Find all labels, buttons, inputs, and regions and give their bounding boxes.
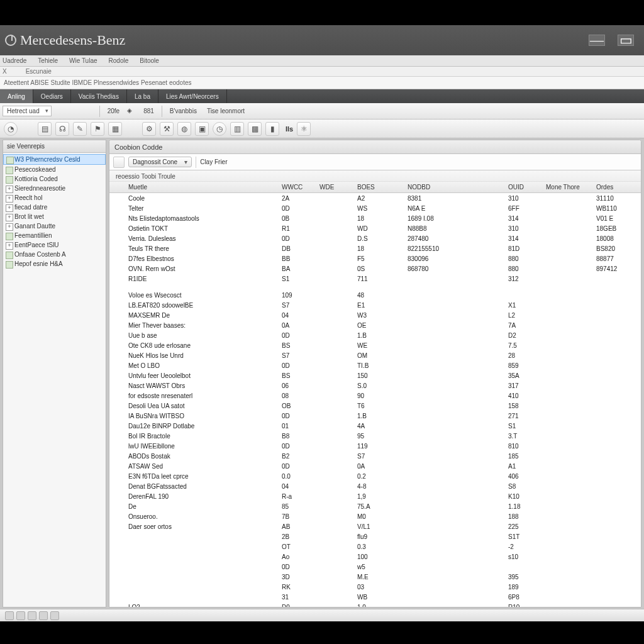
table-row[interactable]: Coole2AA2838131031110 <box>109 193 641 203</box>
table-row[interactable]: Desoli Uea UA satotOBT6158 <box>109 401 641 411</box>
tab[interactable]: Oediars <box>33 89 71 103</box>
tool-icon[interactable]: ▮ <box>265 122 279 136</box>
table-row[interactable]: ABODs BostakB2S7185 <box>109 451 641 461</box>
close-icon[interactable]: X <box>3 68 7 75</box>
table-row[interactable]: 3DM.E395 <box>109 572 641 582</box>
tool-icon[interactable]: ⚒ <box>160 122 174 136</box>
column-header[interactable]: OUID <box>506 184 543 191</box>
minimize-button[interactable]: — <box>589 35 605 46</box>
diagnostic-dropdown[interactable]: Dagnossit Cone <box>128 157 192 167</box>
table-row[interactable]: ATSAW Sed0D0AA1 <box>109 461 641 471</box>
column-header[interactable]: Muetle <box>109 184 279 191</box>
table-row[interactable]: NueK Hlos lse UnrdS7OM28 <box>109 350 641 360</box>
column-header[interactable]: NODBD <box>405 184 506 191</box>
tab[interactable]: Lies Awrt/Neorcers <box>158 89 227 103</box>
tree-node[interactable]: Feemantillien <box>3 231 106 240</box>
tab[interactable]: La ba <box>127 89 158 103</box>
table-row[interactable]: D7fes ElbestnosBBF583009688088877 <box>109 253 641 264</box>
column-header[interactable]: Mone Thore <box>543 184 594 191</box>
tree-node[interactable]: fiecad datre <box>3 203 106 212</box>
table-row[interactable]: for edsoste nresenaterl0890410 <box>109 391 641 401</box>
clear-filter-button[interactable]: Clay Frier <box>200 158 227 165</box>
status-icon[interactable] <box>50 611 59 620</box>
table-row[interactable]: RK03189 <box>109 582 641 592</box>
tool-icon[interactable]: ✎ <box>73 122 87 136</box>
status-icon[interactable] <box>39 611 48 620</box>
table-row[interactable]: Untvlu feer UeoolelbotBS15035A <box>109 370 641 380</box>
menu-item[interactable]: Tehiele <box>38 57 58 64</box>
tree-node[interactable]: Brot lit wet <box>3 212 106 221</box>
tool-icon[interactable]: ⚙ <box>142 122 156 136</box>
column-header[interactable]: BOES <box>355 184 405 191</box>
tree-node[interactable]: Ganant Dautte <box>3 221 106 231</box>
table-row[interactable]: OT0.3-2 <box>109 541 641 552</box>
menu-item[interactable]: Rodole <box>109 57 129 64</box>
table-row[interactable]: Onsueroo.7BM0188 <box>109 511 641 521</box>
tree-node[interactable]: Pesecoskeaed <box>3 165 106 174</box>
tool-icon[interactable]: ▦ <box>108 122 122 136</box>
table-row[interactable]: Denat BGFatssacted044-8S8 <box>109 481 641 491</box>
tree-node[interactable]: Onfaae Costenb A <box>3 250 106 259</box>
tool-icon[interactable]: ▥ <box>230 122 244 136</box>
filter-button[interactable]: Tise leonmort <box>204 108 247 114</box>
column-header[interactable]: WWCC <box>279 184 317 191</box>
menu-item[interactable]: Wie Tulae <box>69 57 97 64</box>
column-header[interactable]: WDE <box>317 184 355 191</box>
menu-item[interactable]: Bitoole <box>140 57 159 64</box>
tree-node[interactable]: Reeclt hol <box>3 193 106 203</box>
tool-icon[interactable]: ▣ <box>195 122 209 136</box>
tool-icon[interactable]: ☊ <box>55 122 69 136</box>
tool-icon[interactable]: ⚑ <box>91 122 104 136</box>
status-icon[interactable] <box>5 611 14 620</box>
table-row[interactable]: LB.EAT820 sdoowelBES7E1X1 <box>109 300 641 310</box>
table-row[interactable]: Mier Thever baases:0AOE7A <box>109 320 641 330</box>
table-row[interactable]: Verria. Dulesleas0DD.S28748031418008 <box>109 233 641 243</box>
tool-icon[interactable]: ◔ <box>4 122 18 136</box>
table-row[interactable]: 0Dw5 <box>109 562 641 572</box>
table-row[interactable]: R1IDES1711312 <box>109 274 641 284</box>
tree-node[interactable]: EentPaece tSlU <box>3 240 106 250</box>
column-header[interactable]: Ordes <box>594 184 631 191</box>
tool-icon[interactable]: ▤ <box>38 122 52 136</box>
table-row[interactable]: Nasct WAWST Obrs06S.0317 <box>109 380 641 391</box>
table-row[interactable]: Bol IR BractoleB8953.T <box>109 431 641 441</box>
tool-icon[interactable]: ⚛ <box>297 122 311 136</box>
table-row[interactable]: Daer soer ortosABV/L1225 <box>109 521 641 531</box>
table-row[interactable]: Teuls TR thereDB1882215551081DBS820 <box>109 243 641 253</box>
table-row[interactable]: Ote CK8 ude erlosaneBSWE7.5 <box>109 340 641 350</box>
filter-button[interactable]: B'vanbbis <box>167 108 199 114</box>
table-row[interactable]: Ostietin TOKTR1WDN88B831018GEB <box>109 223 641 233</box>
tree-node[interactable]: Sierednnearesotie <box>3 184 106 193</box>
filter-dropdown[interactable]: Hetrect uad <box>3 106 52 116</box>
table-row[interactable]: Met O LBO0DTI.B859 <box>109 360 641 370</box>
table-row[interactable]: lwU IWEEibllone0D119810 <box>109 441 641 451</box>
toolbar-icon[interactable] <box>113 157 125 168</box>
table-row[interactable]: Ao100s10 <box>109 552 641 562</box>
menu-item[interactable]: Uadrede <box>3 57 26 64</box>
table-row[interactable]: De8575.A1.18 <box>109 501 641 511</box>
table-row[interactable]: 2Bflu9S1T <box>109 531 641 541</box>
status-icon[interactable] <box>28 611 36 620</box>
tool-icon[interactable]: ▩ <box>248 122 262 136</box>
table-row[interactable]: Telter0DWSN6A E6FFWB110 <box>109 203 641 213</box>
table-row[interactable]: Uue b ase0D1.BD2 <box>109 330 641 340</box>
data-grid[interactable]: Coole2AA2838131031110Telter0DWSN6A E6FFW… <box>109 193 641 607</box>
table-row[interactable]: IA BuSNra WITBSO0D1.B271 <box>109 411 641 421</box>
tree-node[interactable]: Hepof esnie H&A <box>3 259 106 269</box>
table-row[interactable]: OVN. Rern wOstBA0S868780880897412 <box>109 264 641 274</box>
table-row[interactable]: LO2D01.0R10 <box>109 602 641 607</box>
tree-node[interactable]: W3 Plherncredsv Cesld <box>3 154 106 165</box>
table-row[interactable]: Voloe es Wsecosct10948 <box>109 290 641 300</box>
tab[interactable]: Anling <box>0 89 33 103</box>
table-row[interactable]: Nts Elistedaptomaastools0B181689 I.08314… <box>109 213 641 223</box>
tool-icon[interactable]: ◷ <box>213 122 226 136</box>
tree-node[interactable]: Kottioria Coded <box>3 174 106 184</box>
table-row[interactable]: DerenFAL 190R-a1,9K10 <box>109 491 641 501</box>
table-row[interactable]: E3N f6TDa leet cprce0.00.2406 <box>109 471 641 481</box>
tool-icon[interactable]: ◍ <box>177 122 191 136</box>
table-row[interactable]: MAXSEMR De04W3L2 <box>109 310 641 320</box>
table-row[interactable]: 31WB6P8 <box>109 592 641 602</box>
status-icon[interactable] <box>16 611 25 620</box>
table-row[interactable]: Dau12e BINRP Dotlabe014AS1 <box>109 421 641 431</box>
tab[interactable]: Vaciis Thedias <box>71 89 127 103</box>
